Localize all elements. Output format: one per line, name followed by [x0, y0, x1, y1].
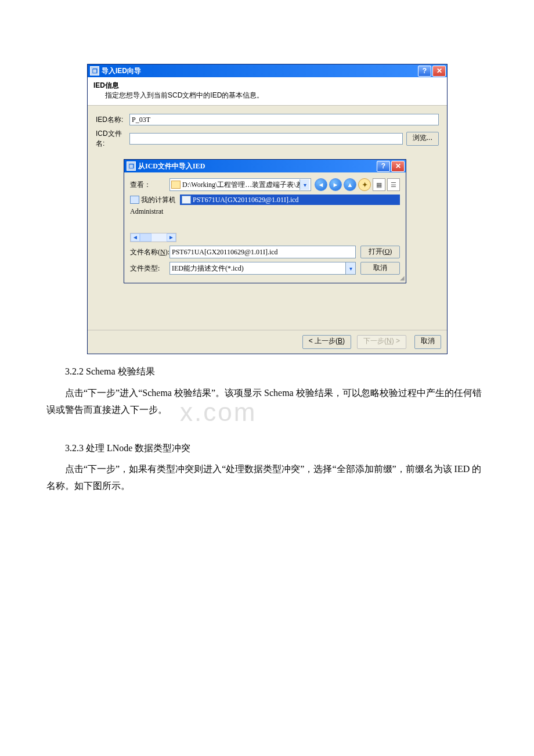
open-button[interactable]: 打开(O)	[360, 246, 400, 258]
forward-icon[interactable]: ►	[329, 178, 342, 191]
icd-file-input[interactable]	[129, 133, 403, 145]
sidebar-label: Administrat	[130, 207, 163, 216]
wizard-footer: < 上一步(B) 下一步(N) > 取消	[88, 330, 447, 354]
look-in-path: D:\Working\工程管理…装置虚端子表\差动PST671	[182, 180, 300, 190]
sidebar-item-mycomputer[interactable]: 我的计算机	[130, 195, 175, 205]
scroll-thumb[interactable]	[140, 233, 151, 242]
chevron-down-icon[interactable]: ▾	[300, 179, 309, 190]
new-folder-icon[interactable]: ✦	[358, 178, 371, 191]
filename-input[interactable]: PST671UA[GX20110629@1.01I].icd	[169, 246, 356, 258]
file-dialog-titlebar[interactable]: ❐ 从ICD文件中导入IED ? ✕	[124, 160, 406, 172]
app-icon: ❐	[127, 161, 136, 171]
view-list-icon[interactable]: ☰	[387, 178, 400, 191]
back-icon[interactable]: ◄	[315, 178, 327, 191]
file-dialog-title: 从ICD文件中导入IED	[138, 161, 205, 171]
up-icon[interactable]: ▲	[344, 178, 356, 191]
paragraph-322: 点击“下一步”进入“Schema 校验结果”。该项显示 Schema 校验结果，…	[46, 385, 488, 419]
file-item-label: PST671UA[GX20110629@1.01I].icd	[193, 196, 299, 204]
section-heading-322: 3.2.2 Schema 校验结果	[46, 363, 488, 380]
close-button[interactable]: ✕	[432, 66, 446, 77]
filetype-label: 文件类型:	[130, 264, 169, 273]
icd-file-label: ICD文件名:	[96, 129, 129, 149]
computer-icon	[130, 196, 139, 204]
wizard-title: 导入IED向导	[102, 66, 141, 76]
filename-label: 文件名称(N):	[130, 247, 169, 257]
help-button[interactable]: ?	[418, 66, 431, 77]
cancel-button[interactable]: 取消	[414, 335, 441, 349]
look-in-combo[interactable]: D:\Working\工程管理…装置虚端子表\差动PST671 ▾	[169, 178, 311, 191]
sidebar-item-user[interactable]: Administrat	[130, 206, 175, 217]
wizard-header: IED信息 指定您想导入到当前SCD文档中的IED的基本信息。	[88, 77, 447, 106]
file-icon	[182, 196, 191, 204]
scroll-right-icon[interactable]: ►	[167, 233, 176, 242]
view-icons-icon[interactable]: ▦	[373, 178, 385, 191]
wizard-dialog: ❐ 导入IED向导 ? ✕ IED信息 指定您想导入到当前SCD文档中的IED的…	[87, 64, 448, 354]
file-open-dialog: ❐ 从ICD文件中导入IED ? ✕ 查看： D:\Working\工程管理…装…	[124, 159, 406, 283]
next-button[interactable]: 下一步(N) >	[357, 335, 406, 349]
paragraph-323: 点击“下一步”，如果有类型冲突则进入“处理数据类型冲突”，选择“全部添加前缀”，…	[46, 461, 488, 495]
info-title: IED信息	[93, 81, 441, 91]
app-icon: ❐	[90, 66, 99, 75]
cancel-button[interactable]: 取消	[360, 262, 400, 275]
section-heading-323: 3.2.3 处理 LNode 数据类型冲突	[46, 440, 488, 457]
sidebar-label: 我的计算机	[141, 195, 175, 205]
ied-name-input[interactable]	[129, 114, 439, 125]
browse-button[interactable]: 浏览...	[406, 132, 439, 146]
resize-grip-icon[interactable]: ◢	[398, 275, 405, 282]
help-button[interactable]: ?	[377, 161, 390, 172]
list-item[interactable]: PST671UA[GX20110629@1.01I].icd	[180, 195, 400, 205]
ied-name-label: IED名称:	[96, 115, 129, 125]
filetype-value: IED能力描述文件(*.icd)	[172, 264, 244, 273]
sidebar-scrollbar[interactable]: ◄ ►	[130, 233, 176, 242]
file-list[interactable]: PST671UA[GX20110629@1.01I].icd	[180, 195, 400, 233]
info-desc: 指定您想导入到当前SCD文档中的IED的基本信息。	[105, 91, 441, 100]
scroll-left-icon[interactable]: ◄	[131, 233, 140, 242]
folder-icon	[171, 181, 181, 189]
chevron-down-icon[interactable]: ▾	[345, 262, 355, 274]
look-in-label: 查看：	[130, 180, 169, 190]
close-button[interactable]: ✕	[391, 161, 405, 172]
places-sidebar: 我的计算机 Administrat	[130, 195, 175, 233]
filetype-combo[interactable]: IED能力描述文件(*.icd) ▾	[169, 262, 356, 275]
prev-button[interactable]: < 上一步(B)	[302, 335, 351, 349]
wizard-titlebar[interactable]: ❐ 导入IED向导 ? ✕	[88, 64, 447, 77]
filename-value: PST671UA[GX20110629@1.01I].icd	[172, 248, 278, 257]
